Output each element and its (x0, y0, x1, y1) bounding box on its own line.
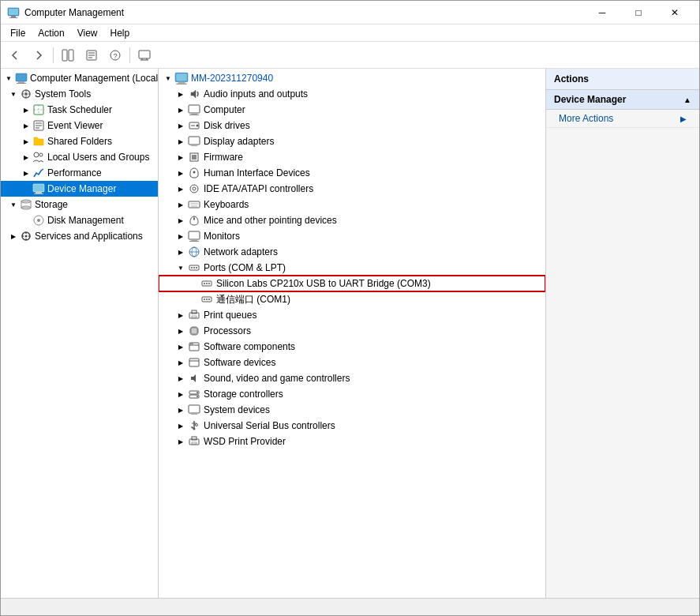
close-button[interactable]: ✕ (657, 1, 693, 24)
svg-rect-30 (33, 184, 44, 192)
dev-audio[interactable]: Audio inputs and outputs (159, 86, 545, 102)
device-manager-label: Device Manager (47, 183, 116, 194)
expand-dev-sys-devices (174, 404, 187, 416)
left-device-manager[interactable]: Device Manager (1, 181, 158, 197)
expand-dev-audio (174, 88, 187, 100)
menu-action[interactable]: Action (32, 26, 70, 40)
storage-label: Storage (35, 199, 68, 210)
dev-print-queues[interactable]: Print queues (159, 307, 545, 323)
svg-rect-5 (69, 50, 73, 61)
dev-com1[interactable]: 通信端口 (COM1) (159, 291, 545, 307)
svg-point-56 (193, 187, 196, 190)
dev-sw-components-label: Software components (204, 341, 295, 352)
svg-point-29 (39, 153, 43, 156)
expand-dev-wsd (174, 435, 187, 448)
dev-silicon-labs[interactable]: Silicon Labs CP210x USB to UART Bridge (… (159, 276, 545, 291)
expand-event-viewer (20, 119, 32, 132)
toolbar-help[interactable]: ? (104, 45, 126, 66)
left-local-users[interactable]: Local Users and Groups (1, 149, 158, 165)
svg-rect-84 (192, 329, 197, 333)
storage-controllers-icon (187, 387, 201, 401)
shared-folders-icon (32, 135, 45, 148)
dev-network-adapters[interactable]: Network adapters (159, 244, 545, 260)
expand-task-scheduler (20, 103, 32, 116)
svg-rect-3 (9, 9, 18, 15)
services-apps-icon (20, 230, 32, 242)
dev-root-icon (174, 71, 189, 85)
dev-monitors-label: Monitors (204, 231, 240, 242)
performance-label: Performance (47, 167, 102, 178)
dev-disk-drives[interactable]: Disk drives (159, 118, 545, 133)
dev-mice[interactable]: Mice and other pointing devices (159, 212, 545, 228)
svg-rect-62 (189, 231, 200, 239)
dev-monitors[interactable]: Monitors (159, 228, 545, 244)
dev-keyboards[interactable]: Keyboards (159, 197, 545, 212)
toolbar-properties[interactable] (80, 45, 103, 66)
local-users-label: Local Users and Groups (47, 152, 149, 163)
left-services-apps[interactable]: Services and Applications (1, 228, 158, 244)
left-performance[interactable]: Performance (1, 165, 158, 181)
menu-help[interactable]: Help (104, 26, 137, 40)
svg-point-70 (193, 267, 195, 269)
svg-rect-82 (192, 316, 197, 317)
dev-display-adapters[interactable]: Display adapters (159, 133, 545, 149)
svg-point-110 (193, 428, 196, 430)
expand-disk-mgmt (20, 214, 32, 227)
dev-hid[interactable]: Human Interface Devices (159, 165, 545, 181)
actions-section-header[interactable]: Device Manager ▲ (546, 90, 699, 110)
dev-software-devices[interactable]: Software devices (159, 355, 545, 370)
svg-rect-113 (192, 442, 197, 444)
dev-software-components[interactable]: Software components (159, 339, 545, 355)
toolbar-back[interactable] (4, 45, 26, 66)
dev-usb[interactable]: Universal Serial Bus controllers (159, 418, 545, 434)
dev-wsd-print[interactable]: WSD Print Provider (159, 434, 545, 449)
left-root-label: Computer Management (Local) (30, 73, 159, 84)
left-shared-folders[interactable]: Shared Folders (1, 133, 158, 149)
dev-system-devices[interactable]: System devices (159, 402, 545, 418)
svg-point-20 (24, 92, 28, 96)
dev-root[interactable]: MM-202311270940 (159, 70, 545, 86)
left-system-tools[interactable]: System Tools (1, 86, 158, 102)
more-actions-item[interactable]: More Actions ▶ (546, 110, 699, 128)
expand-dev-disk-drives (174, 119, 187, 132)
left-disk-management[interactable]: Disk Management (1, 212, 158, 228)
menu-file[interactable]: File (4, 26, 32, 40)
expand-device-manager (20, 182, 32, 195)
dev-firmware[interactable]: Firmware (159, 149, 545, 165)
maximize-button[interactable]: □ (620, 1, 657, 24)
center-panel: MM-202311270940 Audio inputs and outputs (159, 69, 545, 598)
expand-shared-folders (20, 135, 32, 148)
svg-rect-17 (18, 81, 24, 83)
dev-storage-controllers[interactable]: Storage controllers (159, 386, 545, 402)
left-task-scheduler[interactable]: Task Scheduler (1, 102, 158, 118)
left-root[interactable]: Computer Management (Local) (1, 70, 158, 86)
dev-silicon-labs-label: Silicon Labs CP210x USB to UART Bridge (… (216, 278, 431, 289)
keyboards-icon (187, 197, 201, 212)
storage-icon (20, 198, 32, 211)
svg-point-71 (196, 267, 197, 269)
left-storage[interactable]: Storage (1, 197, 158, 212)
svg-rect-107 (189, 405, 200, 413)
expand-dev-com1 (187, 293, 200, 306)
dev-computer[interactable]: Computer (159, 102, 545, 118)
dev-ports[interactable]: Ports (COM & LPT) (159, 260, 545, 276)
dev-ide[interactable]: IDE ATA/ATAPI controllers (159, 181, 545, 197)
menu-view[interactable]: View (71, 26, 104, 40)
svg-point-79 (208, 299, 210, 300)
toolbar-show-hide-console[interactable] (57, 45, 79, 66)
dev-storage-controllers-label: Storage controllers (204, 389, 283, 400)
minimize-button[interactable]: ─ (584, 1, 620, 24)
left-event-viewer[interactable]: Event Viewer (1, 118, 158, 133)
toolbar-monitor[interactable] (133, 45, 155, 66)
dev-firmware-label: Firmware (204, 152, 243, 163)
toolbar-forward[interactable] (28, 45, 50, 66)
dev-processors-label: Processors (204, 325, 251, 336)
event-viewer-label: Event Viewer (47, 120, 103, 131)
svg-rect-108 (191, 413, 197, 415)
hid-icon (187, 166, 201, 180)
dev-sound-video[interactable]: Sound, video and game controllers (159, 370, 545, 386)
expand-dev-usb (174, 419, 187, 432)
dev-processors[interactable]: Processors (159, 323, 545, 339)
software-devices-icon (187, 355, 201, 370)
dev-hid-label: Human Interface Devices (204, 167, 310, 178)
